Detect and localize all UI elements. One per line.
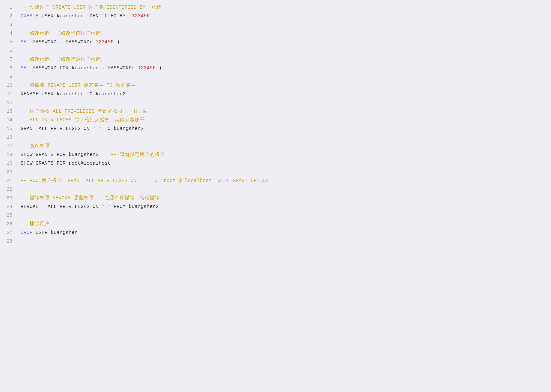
line-number: 13 [0,107,17,116]
line-content[interactable]: CREATE USER kuangshen IDENTIFIED BY '123… [17,12,551,21]
line-number: 22 [0,185,17,194]
line-number: 7 [0,55,17,64]
line-content[interactable] [17,211,551,220]
code-line: 1-- 创建用户 CREATE USER 用户名 IDENTIFIED BY '… [0,3,551,12]
line-number: 28 [0,237,17,246]
line-number: 15 [0,125,17,133]
line-content[interactable]: RENAME USER kuangshen TO kuangshen2 [17,90,551,99]
line-content[interactable]: SET PASSWORD FOR kuangshen = PASSWORD('1… [17,64,551,73]
plain-token: GRANT ALL PRIVILEGES ON *.* TO kuangshen… [21,126,144,132]
code-line: 7-- 修改密码 （修改指定用户密码） [0,55,551,64]
line-content[interactable]: -- ALL PRIVILEGES 除了给别人授权，其他都能够干 [17,116,551,125]
code-line: 19SHOW GRANTS FOR root@localhost [0,159,551,168]
plain-token: REVOKE ALL PRIVILEGES ON *.* FROM kuangs… [21,204,159,210]
line-number: 4 [0,29,17,38]
comment-token: -- 查询权限 [21,143,50,149]
code-line: 5SET PASSWORD = PASSWORD('123456') [0,38,551,47]
string-token: '123456' [93,39,117,45]
line-content[interactable]: -- 撤销权限 REVOKE 哪些权限， 在哪个库撤销，给谁撤销 [17,194,551,203]
line-content[interactable]: GRANT ALL PRIVILEGES ON *.* TO kuangshen… [17,125,551,133]
line-content[interactable] [17,133,551,142]
line-content[interactable] [17,21,551,29]
line-number: 12 [0,99,17,107]
code-line: 21-- ROOT用户权限: GRANT ALL PRIVILEGES ON *… [0,177,551,185]
code-line: 27DROP USER kuangshen [0,229,551,237]
line-content[interactable]: -- 查询权限 [17,142,551,151]
comment-token: -- 查看指定用户的权限 [111,152,165,158]
line-content[interactable] [17,99,551,107]
line-number: 20 [0,168,17,177]
keyword-token: DROP [21,230,33,236]
line-content[interactable]: SHOW GRANTS FOR kuangshen2 -- 查看指定用户的权限 [17,151,551,159]
line-content[interactable] [17,168,551,177]
plain-token: PASSWORD FOR kuangshen = PASSWORD( [30,65,135,71]
code-line: 18SHOW GRANTS FOR kuangshen2 -- 查看指定用户的权… [0,151,551,159]
code-line: 14-- ALL PRIVILEGES 除了给别人授权，其他都能够干 [0,116,551,125]
comment-token: -- 用户授权 ALL PRIVILEGES 全部的权限， 库.表 [21,109,147,114]
plain-token: ) [159,65,162,71]
line-content[interactable]: -- 删除用户 [17,220,551,229]
code-line: 28 [0,237,551,246]
line-number: 6 [0,47,17,55]
line-content[interactable] [17,237,551,246]
line-number: 1 [0,3,17,12]
string-token: '123456' [135,65,159,71]
line-number: 14 [0,116,17,125]
plain-token: USER kuangshen IDENTIFIED BY [39,13,129,19]
code-line: 15GRANT ALL PRIVILEGES ON *.* TO kuangsh… [0,125,551,133]
line-number: 19 [0,159,17,168]
line-number: 27 [0,229,17,237]
code-block: 1-- 创建用户 CREATE USER 用户名 IDENTIFIED BY '… [0,3,551,246]
code-line: 17-- 查询权限 [0,142,551,151]
editor-container: 1-- 创建用户 CREATE USER 用户名 IDENTIFIED BY '… [0,0,551,392]
line-content[interactable] [17,47,551,55]
line-content[interactable]: DROP USER kuangshen [17,229,551,237]
plain-token: SHOW GRANTS FOR kuangshen2 [21,152,111,158]
code-line: 26-- 删除用户 [0,220,551,229]
line-number: 16 [0,133,17,142]
line-number: 25 [0,211,17,220]
code-line: 13-- 用户授权 ALL PRIVILEGES 全部的权限， 库.表 [0,107,551,116]
plain-token: ) [117,39,120,45]
line-content[interactable]: -- ROOT用户权限: GRANT ALL PRIVILEGES ON *.*… [17,177,551,185]
code-line: 24REVOKE ALL PRIVILEGES ON *.* FROM kuan… [0,203,551,211]
code-line: 4-- 修改密码 （修改当前用户密码） [0,29,551,38]
code-line: 11RENAME USER kuangshen TO kuangshen2 [0,90,551,99]
line-content[interactable]: REVOKE ALL PRIVILEGES ON *.* FROM kuangs… [17,203,551,211]
code-line: 3 [0,21,551,29]
comment-token: -- ALL PRIVILEGES 除了给别人授权，其他都能够干 [21,117,145,123]
line-number: 24 [0,203,17,211]
code-line: 9 [0,73,551,81]
line-content[interactable]: -- 修改密码 （修改指定用户密码） [17,55,551,64]
comment-token: -- 删除用户 [21,221,50,227]
code-line: 2CREATE USER kuangshen IDENTIFIED BY '12… [0,12,551,21]
comment-token: -- ROOT用户权限: GRANT ALL PRIVILEGES ON *.*… [21,178,269,184]
line-number: 23 [0,194,17,203]
keyword-token: CREATE [21,13,39,19]
line-content[interactable]: SET PASSWORD = PASSWORD('123456') [17,38,551,47]
line-number: 26 [0,220,17,229]
line-content[interactable]: -- 修改密码 （修改当前用户密码） [17,29,551,38]
line-content[interactable]: SHOW GRANTS FOR root@localhost [17,159,551,168]
line-content[interactable] [17,185,551,194]
line-content[interactable] [17,73,551,81]
string-token: '123456' [129,13,153,19]
line-number: 9 [0,73,17,81]
comment-token: -- 创建用户 CREATE USER 用户名 IDENTIFIED BY '密… [21,5,165,10]
code-line: 23-- 撤销权限 REVOKE 哪些权限， 在哪个库撤销，给谁撤销 [0,194,551,203]
comment-token: -- 修改密码 （修改当前用户密码） [21,31,106,36]
comment-token: -- 修改密码 （修改指定用户密码） [21,57,106,62]
line-number: 17 [0,142,17,151]
line-content[interactable]: -- 用户授权 ALL PRIVILEGES 全部的权限， 库.表 [17,107,551,116]
code-line: 25 [0,211,551,220]
code-line: 20 [0,168,551,177]
line-content[interactable]: -- 重命名 RENAME USER 原来名字 TO 新的名字 [17,81,551,90]
code-line: 8SET PASSWORD FOR kuangshen = PASSWORD('… [0,64,551,73]
line-content[interactable]: -- 创建用户 CREATE USER 用户名 IDENTIFIED BY '密… [17,3,551,12]
keyword-token: SET [21,39,30,45]
plain-token: USER kuangshen [33,230,78,236]
line-number: 10 [0,81,17,90]
line-number: 21 [0,177,17,185]
code-line: 6 [0,47,551,55]
text-cursor [21,238,21,244]
